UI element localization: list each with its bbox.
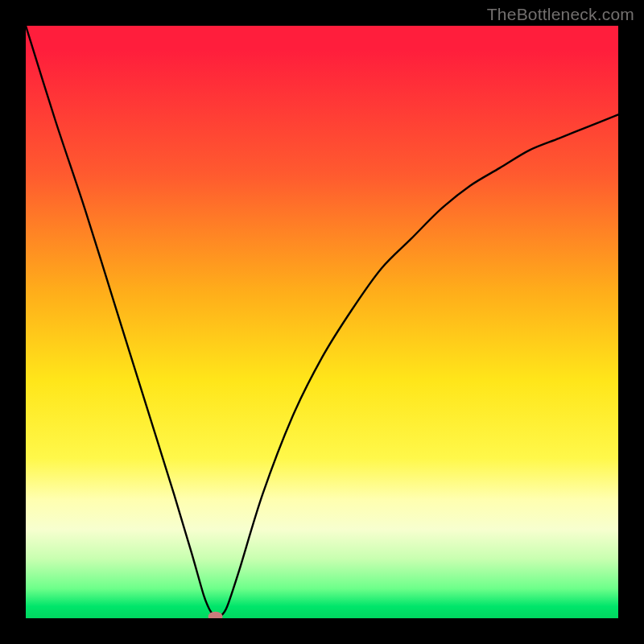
chart-frame: TheBottleneck.com <box>0 0 644 644</box>
watermark-text: TheBottleneck.com <box>487 5 634 24</box>
plot-area <box>26 26 618 618</box>
curve-path <box>26 26 618 617</box>
bottleneck-curve <box>26 26 618 618</box>
